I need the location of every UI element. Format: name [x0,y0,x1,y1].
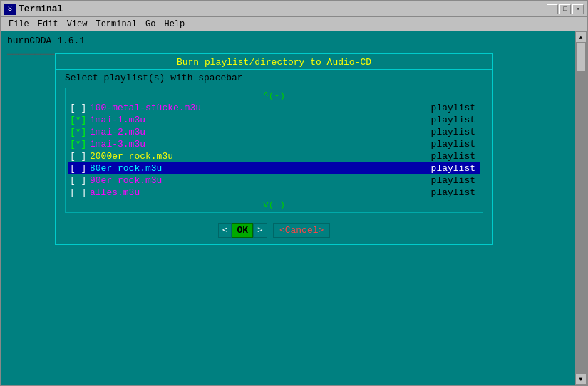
minimize-button[interactable]: _ [547,4,558,14]
item-name-6: 90er rock.m3u [90,175,431,186]
list-item[interactable]: [*] 1mai-2.m3u playlist [68,126,480,138]
item-type-3: playlist [431,139,478,150]
menu-terminal[interactable]: Terminal [91,19,141,30]
item-type-7: playlist [431,187,478,198]
dialog-title: Burn playlist/directory to Audio-CD [56,54,492,70]
list-item[interactable]: [ ] 90er rock.m3u playlist [68,174,480,187]
burncdda-version: burnCDDA 1.6.1 [7,36,581,46]
close-button[interactable]: ✕ [572,4,584,14]
terminal-icon: S [4,4,16,15]
cancel-button[interactable]: <Cancel> [273,223,330,238]
menu-go[interactable]: Go [141,19,160,30]
menu-view[interactable]: View [63,19,92,30]
item-type-4: playlist [431,151,478,162]
item-name-5: 80er rock.m3u [90,163,431,174]
item-checkbox-4: [ ] [70,151,90,162]
list-item[interactable]: [ ] alles.m3u playlist [68,187,480,199]
title-bar-left: S Terminal [4,4,63,15]
item-checkbox-7: [ ] [70,187,90,198]
list-item[interactable]: [ ] 80er rock.m3u playlist [68,162,480,174]
item-checkbox-3: [*] [70,139,90,150]
terminal-window: S Terminal _ □ ✕ File Edit View Terminal… [0,0,588,386]
ok-button-group: < OK > [218,223,267,238]
scrollbar-down-button[interactable]: ▼ [575,373,587,385]
list-item[interactable]: [ ] 100-metal-stücke.m3u playlist [68,102,480,114]
dialog-buttons: < OK > <Cancel> [56,216,492,244]
list-item[interactable]: [*] 1mai-3.m3u playlist [68,138,480,150]
list-item[interactable]: [*] 1mai-1.m3u playlist [68,114,480,126]
title-bar-buttons: _ □ ✕ [547,4,584,14]
menu-help[interactable]: Help [160,19,189,30]
window-title: Terminal [19,4,63,14]
item-type-5: playlist [431,163,478,174]
menubar: File Edit View Terminal Go Help [1,17,587,31]
item-type-6: playlist [431,175,478,186]
ok-right-arrow[interactable]: > [253,223,267,238]
item-checkbox-0: [ ] [70,103,90,113]
item-type-2: playlist [431,127,478,137]
item-checkbox-1: [*] [70,115,90,125]
item-type-1: playlist [431,115,478,125]
scrollbar-up-button[interactable]: ▲ [575,31,587,43]
item-name-2: 1mai-2.m3u [90,127,431,137]
menu-edit[interactable]: Edit [33,19,63,30]
dialog: Burn playlist/directory to Audio-CD Sele… [55,53,493,245]
ok-left-arrow[interactable]: < [218,223,232,238]
scrollbar: ▲ ▼ [575,31,587,385]
item-name-3: 1mai-3.m3u [90,139,431,150]
terminal-content: burnCDDA 1.6.1 ─────────────────────────… [1,31,587,385]
title-bar: S Terminal _ □ ✕ [1,1,587,17]
dialog-subtitle: Select playlist(s) with spacebar [56,70,492,85]
scroll-top-indicator: ^(-) [68,90,480,102]
list-item[interactable]: [ ] 2000er rock.m3u playlist [68,150,480,162]
item-checkbox-5: [ ] [70,163,90,174]
item-checkbox-2: [*] [70,127,90,137]
playlist-listbox: ^(-) [ ] 100-metal-stücke.m3u playlist [… [65,88,483,213]
item-name-7: alles.m3u [90,187,431,198]
item-name-4: 2000er rock.m3u [90,151,431,162]
scrollbar-track [575,43,587,373]
item-type-0: playlist [431,103,478,113]
menu-file[interactable]: File [4,19,33,30]
scroll-bottom-indicator: v(+) [68,199,480,211]
ok-button[interactable]: OK [232,223,253,238]
scrollbar-thumb[interactable] [576,43,586,71]
item-name-0: 100-metal-stücke.m3u [90,103,431,113]
item-name-1: 1mai-1.m3u [90,115,431,125]
maximize-button[interactable]: □ [559,4,571,14]
item-checkbox-6: [ ] [70,175,90,186]
